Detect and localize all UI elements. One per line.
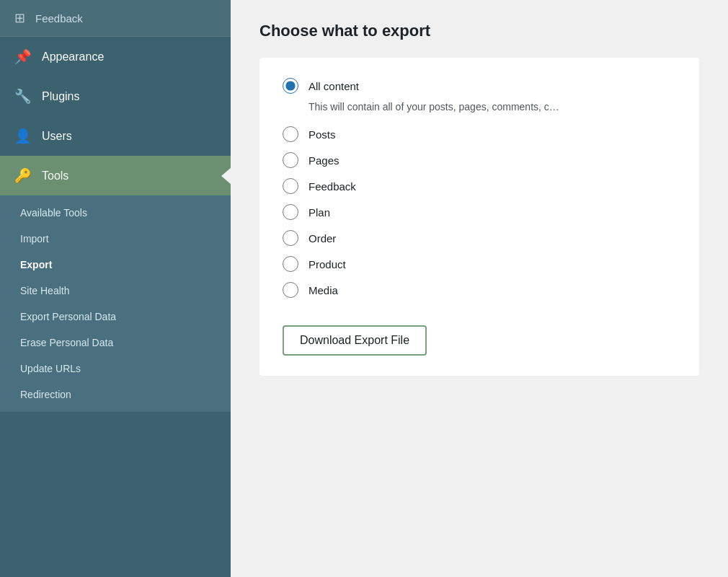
radio-all-content[interactable]: All content: [283, 78, 676, 94]
appearance-icon: 📌: [14, 48, 32, 65]
sidebar-item-site-health[interactable]: Site Health: [0, 278, 231, 304]
sidebar: ⊞ Feedback 📌 Appearance 🔧 Plugins 👤 User…: [0, 0, 231, 577]
radio-product-input[interactable]: [283, 256, 298, 272]
radio-all-content-label: All content: [308, 80, 359, 92]
sidebar-item-appearance[interactable]: 📌 Appearance: [0, 37, 231, 76]
radio-posts-label: Posts: [308, 128, 336, 141]
radio-order[interactable]: Order: [283, 230, 676, 246]
radio-plan[interactable]: Plan: [283, 204, 676, 220]
sidebar-item-erase-personal-data[interactable]: Erase Personal Data: [0, 330, 231, 356]
sidebar-item-export-personal-data[interactable]: Export Personal Data: [0, 304, 231, 330]
export-card: All content This will contain all of you…: [259, 58, 699, 376]
radio-media-input[interactable]: [283, 282, 298, 298]
download-export-button[interactable]: Download Export File: [283, 325, 427, 356]
radio-media-label: Media: [308, 284, 338, 296]
radio-posts-input[interactable]: [283, 126, 298, 142]
radio-pages-input[interactable]: [283, 152, 298, 168]
sidebar-item-tools[interactable]: 🔑 Tools: [0, 156, 231, 195]
radio-feedback[interactable]: Feedback: [283, 178, 676, 194]
feedback-icon: ⊞: [14, 10, 25, 26]
sidebar-item-feedback[interactable]: ⊞ Feedback: [0, 0, 231, 37]
plugins-icon: 🔧: [14, 88, 32, 105]
radio-feedback-label: Feedback: [308, 180, 356, 193]
sidebar-item-import[interactable]: Import: [0, 226, 231, 252]
sidebar-item-update-urls[interactable]: Update URLs: [0, 356, 231, 382]
radio-plan-label: Plan: [308, 206, 330, 219]
sidebar-item-plugins[interactable]: 🔧 Plugins: [0, 76, 231, 116]
radio-pages-label: Pages: [308, 154, 339, 167]
radio-posts[interactable]: Posts: [283, 126, 676, 142]
radio-order-label: Order: [308, 232, 336, 245]
sidebar-item-available-tools[interactable]: Available Tools: [0, 200, 231, 226]
radio-media[interactable]: Media: [283, 282, 676, 298]
radio-order-input[interactable]: [283, 230, 298, 246]
sidebar-item-users[interactable]: 👤 Users: [0, 116, 231, 156]
sidebar-item-redirection[interactable]: Redirection: [0, 382, 231, 408]
tools-submenu: Available Tools Import Export Site Healt…: [0, 195, 231, 412]
radio-feedback-input[interactable]: [283, 178, 298, 194]
radio-product-label: Product: [308, 258, 346, 270]
radio-pages[interactable]: Pages: [283, 152, 676, 168]
radio-all-content-input[interactable]: [283, 78, 298, 94]
radio-plan-input[interactable]: [283, 204, 298, 220]
tools-icon: 🔑: [14, 167, 32, 184]
all-content-description: This will contain all of your posts, pag…: [308, 100, 676, 115]
radio-product[interactable]: Product: [283, 256, 676, 272]
main-content: Choose what to export All content This w…: [231, 0, 728, 577]
sidebar-item-export[interactable]: Export: [0, 252, 231, 278]
page-title: Choose what to export: [259, 22, 699, 40]
users-icon: 👤: [14, 128, 32, 144]
